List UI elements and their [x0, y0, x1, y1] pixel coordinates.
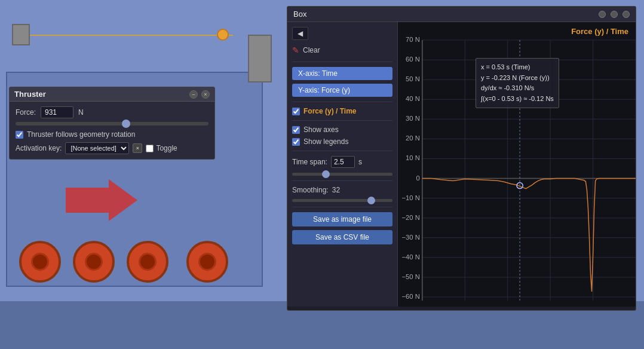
- wheel-hub-3: [139, 253, 157, 271]
- svg-text:−60 N: −60 N: [401, 293, 419, 300]
- thruster-minimize-btn[interactable]: –: [189, 90, 198, 99]
- timespan-unit: s: [358, 158, 362, 166]
- svg-text:20 N: 20 N: [406, 135, 420, 142]
- save-image-button[interactable]: Save as image file: [292, 212, 392, 226]
- divider-5: [292, 180, 392, 181]
- thruster-titlebar: Thruster – ×: [10, 87, 214, 102]
- wheel-1: [19, 241, 61, 283]
- timespan-slider-track[interactable]: [292, 173, 392, 176]
- rope: [18, 35, 233, 36]
- force-row: Force: N: [16, 106, 208, 118]
- series-checkbox[interactable]: [292, 108, 300, 115]
- yaxis-button[interactable]: Y-axis: Force (y): [292, 84, 392, 97]
- graph-svg: 70 N 60 N 50 N 40 N 30 N 20 N 10 N 0 −10…: [398, 22, 636, 307]
- thruster-window-controls: – ×: [189, 90, 210, 99]
- toggle-label: Toggle: [156, 144, 177, 152]
- svg-text:40 N: 40 N: [406, 95, 420, 102]
- svg-text:−50 N: −50 N: [401, 273, 419, 280]
- divider-2: [292, 102, 392, 102]
- toggle-checkbox[interactable]: [146, 145, 154, 152]
- force-label: Force:: [16, 108, 36, 117]
- wheel-hub-4: [198, 253, 216, 271]
- show-legends-checkbox[interactable]: [292, 138, 300, 146]
- key-clear-btn[interactable]: ×: [133, 143, 142, 153]
- svg-text:−30 N: −30 N: [401, 234, 419, 241]
- show-legends-row: Show legends: [292, 137, 392, 146]
- geometry-rotation-row: Thruster follows geometry rotation: [16, 130, 208, 139]
- force-slider-thumb[interactable]: [122, 120, 130, 128]
- activation-label: Activation key:: [16, 144, 62, 152]
- wheel-2: [73, 241, 115, 283]
- graph-area: Force (y) / Time: [398, 22, 636, 307]
- series-label: Force (y) / Time: [303, 107, 356, 115]
- thruster-close-btn[interactable]: ×: [201, 90, 210, 99]
- force-unit: N: [78, 108, 84, 117]
- anchor-left: [12, 24, 30, 45]
- divider-6: [292, 207, 392, 207]
- smoothing-slider-thumb[interactable]: [367, 197, 375, 204]
- svg-text:50 N: 50 N: [406, 75, 420, 82]
- svg-text:−10 N: −10 N: [401, 194, 419, 201]
- box-content: ◀ ✎ Clear X-axis: Time Y-axis: Force (y)…: [287, 22, 636, 307]
- show-axes-label: Show axes: [303, 125, 339, 134]
- thruster-body: Force: N Thruster follows geometry rotat…: [10, 102, 214, 159]
- force-slider-track[interactable]: [16, 122, 208, 125]
- clear-label: Clear: [303, 46, 320, 54]
- toggle-check: Toggle: [146, 144, 177, 152]
- box-restore-btn[interactable]: [611, 11, 618, 18]
- geometry-rotation-checkbox[interactable]: [16, 131, 23, 139]
- show-axes-row: Show axes: [292, 125, 392, 134]
- divider-1: [292, 62, 392, 62]
- clear-icon: ✎: [292, 45, 299, 55]
- smoothing-slider-track[interactable]: [292, 199, 392, 202]
- svg-text:30 N: 30 N: [406, 115, 420, 122]
- timespan-row: Time span: s: [292, 156, 392, 168]
- wheel-hub-2: [85, 253, 103, 271]
- activation-key-select[interactable]: [None selected]: [65, 142, 129, 154]
- show-axes-checkbox[interactable]: [292, 126, 300, 134]
- timespan-slider-thumb[interactable]: [322, 170, 330, 178]
- svg-text:−20 N: −20 N: [401, 214, 419, 221]
- wheel-4: [186, 241, 228, 283]
- save-csv-button[interactable]: Save as CSV file: [292, 230, 392, 244]
- timespan-input[interactable]: [331, 156, 355, 168]
- box-window-controls: [599, 11, 630, 18]
- svg-text:10 N: 10 N: [406, 155, 420, 162]
- wheel-3: [127, 241, 168, 283]
- svg-text:0: 0: [416, 174, 419, 182]
- anchor-right: [248, 35, 272, 82]
- force-input[interactable]: [41, 106, 73, 118]
- show-legends-label: Show legends: [303, 137, 348, 146]
- svg-text:70 N: 70 N: [406, 36, 420, 43]
- thruster-title: Thruster: [14, 90, 46, 99]
- series-checkbox-row: Force (y) / Time: [292, 107, 392, 115]
- box-minimize-btn[interactable]: [599, 11, 606, 18]
- thruster-panel: Thruster – × Force: N Thruster follows g…: [9, 87, 215, 160]
- svg-text:−40 N: −40 N: [401, 253, 419, 261]
- clear-button[interactable]: ✎ Clear: [292, 44, 392, 57]
- timespan-label: Time span:: [292, 158, 327, 166]
- box-title: Box: [293, 10, 306, 19]
- smoothing-row: Smoothing: 32: [292, 186, 392, 194]
- divider-4: [292, 151, 392, 151]
- activation-row: Activation key: [None selected] × Toggle: [16, 142, 208, 154]
- back-arrow-icon: ◀: [298, 29, 303, 38]
- xaxis-button[interactable]: X-axis: Time: [292, 67, 392, 80]
- wheel-hub-1: [31, 253, 49, 271]
- svg-text:60 N: 60 N: [406, 56, 420, 63]
- box-close-btn[interactable]: [622, 11, 630, 18]
- pulley: [217, 29, 229, 41]
- smoothing-value: 32: [332, 186, 340, 194]
- geometry-rotation-label: Thruster follows geometry rotation: [27, 130, 135, 139]
- back-button[interactable]: ◀: [292, 27, 308, 40]
- divider-3: [292, 120, 392, 121]
- box-panel: Box ◀ ✎ Clear X-axis: Time Y-axis: Force…: [287, 6, 636, 311]
- box-titlebar: Box: [287, 7, 636, 22]
- box-sidebar: ◀ ✎ Clear X-axis: Time Y-axis: Force (y)…: [287, 22, 398, 307]
- smoothing-label: Smoothing:: [292, 186, 329, 194]
